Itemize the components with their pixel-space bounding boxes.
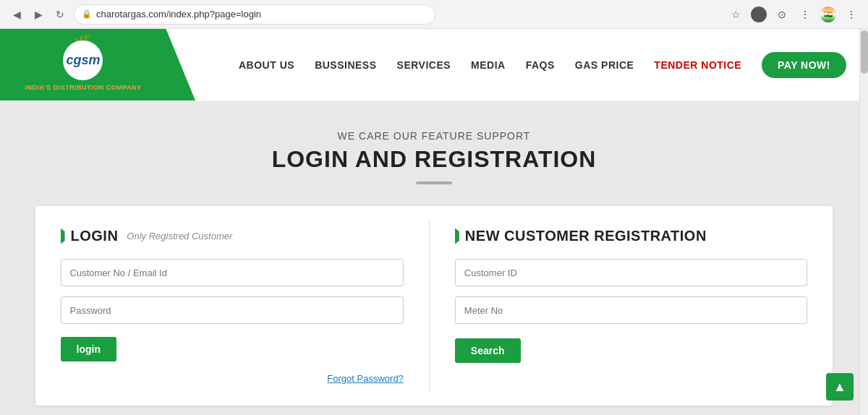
logo-area: 🌿 cgsm INDIA'S DISTRIBUTION COMPANY — [0, 29, 195, 100]
pay-now-button[interactable]: PAY NOW! — [762, 52, 846, 78]
logo-graphic: 🌿 cgsm — [58, 39, 109, 82]
site-header: 🌿 cgsm INDIA'S DISTRIBUTION COMPANY ABOU… — [0, 29, 868, 101]
more-icon[interactable]: ⋮ — [843, 7, 859, 22]
registration-section: NEW CUSTOMER REGISTRATION Search — [430, 206, 833, 406]
registration-section-title: NEW CUSTOMER REGISTRATION — [455, 228, 808, 244]
page-subtitle: WE CARE OUR FEATURE SUPPORT — [338, 130, 531, 142]
menu-icon[interactable]: ⋮ — [797, 7, 813, 22]
url-text: charotargas.com/index.php?page=login — [96, 9, 261, 20]
customer-email-input[interactable] — [61, 259, 404, 286]
nav-services[interactable]: SERVICES — [397, 59, 451, 71]
customer-id-input[interactable] — [455, 259, 808, 286]
scrollbar-thumb[interactable] — [861, 30, 868, 74]
nav-faqs[interactable]: FAQS — [526, 59, 555, 71]
registration-title-text: NEW CUSTOMER REGISTRATION — [465, 228, 707, 244]
forward-button[interactable]: ▶ — [30, 7, 46, 22]
flag-icon: 🇮🇳 — [820, 7, 836, 22]
login-marker-icon — [61, 228, 65, 244]
main-content: WE CARE OUR FEATURE SUPPORT LOGIN AND RE… — [0, 101, 868, 415]
back-button[interactable]: ◀ — [9, 7, 25, 22]
refresh-button[interactable]: ↻ — [52, 7, 68, 22]
scroll-top-icon: ▲ — [833, 380, 846, 395]
nav-gas-price[interactable]: GAS PRICE — [575, 59, 634, 71]
nav-business[interactable]: BUSSINESS — [315, 59, 376, 71]
nav-media[interactable]: MEDIA — [471, 59, 506, 71]
profile-icon[interactable] — [751, 7, 767, 22]
search-button[interactable]: Search — [455, 338, 521, 363]
nav-about[interactable]: ABOUT US — [239, 59, 294, 71]
login-subtitle-text: Only Registred Customer — [127, 231, 232, 241]
login-button[interactable]: login — [61, 337, 116, 361]
main-nav: ABOUT US BUSSINESS SERVICES MEDIA FAQS G… — [239, 59, 762, 71]
logo-tagline: INDIA'S DISTRIBUTION COMPANY — [25, 84, 142, 91]
login-title-text: LOGIN — [71, 228, 119, 244]
forms-wrapper: LOGIN Only Registred Customer login Forg… — [35, 206, 833, 406]
extensions-icon[interactable]: ⊙ — [774, 7, 790, 22]
login-section-title: LOGIN Only Registred Customer — [61, 228, 404, 244]
title-divider — [416, 181, 452, 184]
logo-circle: cgsm — [63, 40, 103, 80]
browser-chrome: ◀ ▶ ↻ 🔒 charotargas.com/index.php?page=l… — [0, 0, 868, 29]
forgot-password-link[interactable]: Forgot Password? — [61, 373, 404, 384]
nav-tender[interactable]: TENDER NOTICE — [654, 59, 741, 71]
page-title: LOGIN AND REGISTRATION — [272, 146, 597, 173]
lock-icon: 🔒 — [82, 9, 92, 19]
registration-marker-icon — [455, 228, 459, 244]
star-icon[interactable]: ☆ — [728, 7, 744, 22]
logo-inner: 🌿 cgsm INDIA'S DISTRIBUTION COMPANY — [25, 39, 142, 91]
password-input[interactable] — [61, 296, 404, 324]
meter-no-input[interactable] — [455, 296, 808, 324]
logo-brand-text: cgsm — [66, 53, 100, 68]
address-bar[interactable]: 🔒 charotargas.com/index.php?page=login — [74, 4, 435, 25]
scroll-top-button[interactable]: ▲ — [826, 373, 854, 401]
scrollbar[interactable] — [859, 29, 868, 415]
login-section: LOGIN Only Registred Customer login Forg… — [35, 206, 429, 406]
browser-actions: ☆ ⊙ ⋮ 🇮🇳 ⋮ — [728, 7, 859, 22]
